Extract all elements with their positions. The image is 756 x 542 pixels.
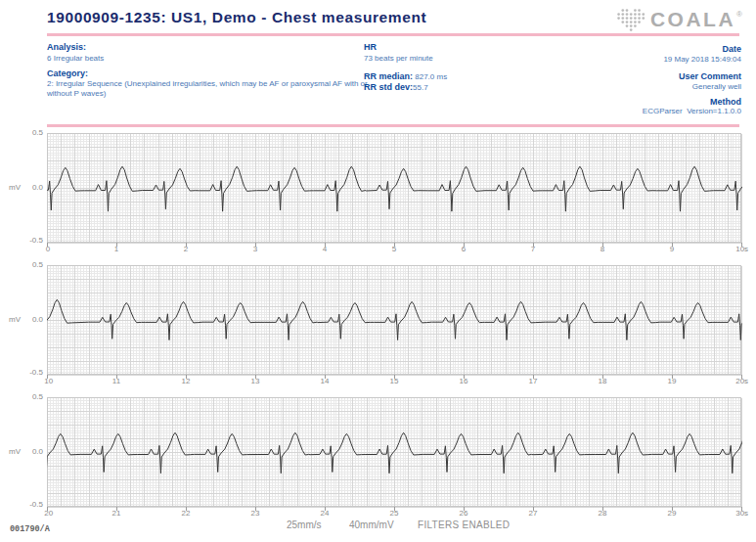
analysis-label: Analysis: [47, 42, 86, 52]
y-tick-label: 0.0 [32, 315, 43, 324]
y-tick-label: 0.0 [32, 183, 43, 192]
x-tick-label: 1 [114, 245, 118, 253]
ecg-strip-1: 0.5mV0.0-0.5 012345678910s [0, 133, 756, 260]
x-tick-label: 30s [735, 509, 748, 518]
hr-label: HR [364, 42, 377, 52]
document-id: 001790/A [10, 524, 50, 534]
gain-note: 40mm/mV [349, 519, 394, 530]
ecg-strip-1-y-axis: 0.5mV0.0-0.5 [0, 133, 45, 243]
x-tick-label: 19 [668, 377, 677, 385]
x-tick-label: 22 [182, 509, 191, 518]
coala-heart-icon [616, 8, 645, 32]
ecg-strip-2: 0.5mV0.0-0.5 1011121314151617181920s [0, 265, 756, 392]
method-value: ECGParser Version=1.1.0.0 [643, 107, 741, 115]
ecg-strip-3-x-axis: 2021222324252627282930s [47, 509, 745, 519]
category-label: Category: [47, 68, 88, 78]
ecg-report-page: 19000909-1235: US1, Demo - Chest measure… [0, 0, 756, 542]
x-tick-label: 11 [112, 377, 120, 385]
x-tick-label: 18 [599, 377, 607, 385]
y-tick-label: 0.0 [32, 447, 43, 456]
category-value: 2: Irregular Sequence (Unexplained irreg… [47, 79, 372, 98]
ecg-strip-1-x-axis: 012345678910s [47, 245, 745, 255]
x-tick-label: 23 [251, 509, 260, 518]
x-tick-label: 13 [251, 377, 260, 385]
method-label: Method [710, 97, 741, 107]
x-tick-label: 9 [670, 245, 674, 253]
x-tick-label: 0 [46, 245, 50, 253]
hr-value: 73 beats per minute [364, 54, 433, 63]
y-axis-unit-label: mV [9, 183, 21, 192]
x-tick-label: 2 [184, 245, 188, 253]
y-tick-label: -0.5 [29, 236, 43, 245]
x-tick-label: 24 [321, 509, 330, 518]
ecg-strip-2-y-axis: 0.5mV0.0-0.5 [0, 265, 45, 375]
x-tick-label: 14 [321, 377, 330, 385]
y-tick-label: -0.5 [29, 500, 43, 509]
user-comment-label: User Comment [679, 71, 741, 81]
x-tick-label: 20 [44, 509, 53, 518]
x-tick-label: 3 [253, 245, 257, 253]
rr-std-label: RR std dev: [364, 82, 413, 92]
registered-trademark-icon: ® [736, 10, 742, 19]
ecg-strip-1-plot [47, 133, 742, 248]
y-axis-unit-label: mV [9, 447, 21, 456]
header-divider [47, 33, 739, 36]
x-tick-label: 28 [599, 509, 607, 518]
analysis-value: 6 Irregular beats [47, 54, 104, 63]
x-tick-label: 10s [735, 245, 748, 253]
ecg-strip-2-x-axis: 1011121314151617181920s [47, 377, 745, 387]
x-tick-label: 15 [390, 377, 399, 385]
x-tick-label: 5 [392, 245, 396, 253]
x-tick-label: 21 [112, 509, 121, 518]
y-tick-label: 0.5 [32, 128, 43, 137]
y-axis-unit-label: mV [9, 315, 21, 324]
x-tick-label: 17 [529, 377, 538, 385]
filters-status: FILTERS ENABLED [418, 519, 510, 530]
ecg-strip-3-plot [47, 397, 742, 512]
paper-speed-note: 25mm/s [287, 519, 322, 530]
y-tick-label: 0.5 [32, 392, 43, 401]
ecg-strip-2-plot [47, 265, 742, 380]
x-tick-label: 26 [460, 509, 468, 518]
date-label: Date [722, 44, 741, 54]
x-tick-label: 7 [531, 245, 535, 253]
rr-median-row: RR median: 827.0 ms [364, 71, 447, 81]
date-value: 19 May 2018 15:49:04 [663, 55, 741, 64]
info-divider [47, 124, 739, 127]
user-comment-value: Generally well [692, 82, 741, 91]
rr-median-value: 827.0 ms [413, 72, 447, 81]
x-tick-label: 16 [460, 377, 468, 385]
x-tick-label: 6 [462, 245, 466, 253]
x-tick-label: 27 [529, 509, 538, 518]
x-tick-label: 25 [390, 509, 399, 518]
rr-median-label: RR median: [364, 71, 413, 81]
x-tick-label: 8 [600, 245, 604, 253]
x-tick-label: 10 [44, 377, 53, 385]
x-tick-label: 12 [182, 377, 191, 385]
y-tick-label: 0.5 [32, 260, 43, 269]
rr-std-row: RR std dev:55.7 [364, 82, 428, 92]
page-title: 19000909-1235: US1, Demo - Chest measure… [47, 9, 426, 26]
ecg-strip-3-y-axis: 0.5mV0.0-0.5 [0, 397, 45, 507]
y-tick-label: -0.5 [29, 368, 43, 377]
coala-logo-text: COALA [650, 8, 735, 31]
x-tick-label: 20s [735, 377, 748, 385]
x-tick-label: 4 [323, 245, 327, 253]
ecg-strip-3: 0.5mV0.0-0.5 2021222324252627282930s [0, 397, 756, 524]
x-tick-label: 29 [668, 509, 677, 518]
coala-logo: COALA ® [616, 6, 742, 32]
rr-std-value: 55.7 [413, 83, 428, 92]
